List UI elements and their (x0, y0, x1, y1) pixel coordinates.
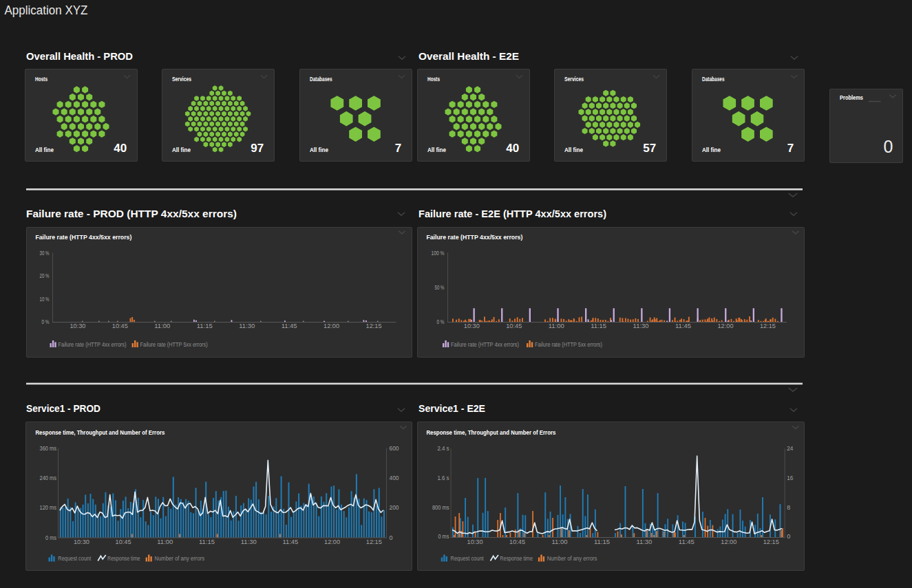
svg-text:Service1 - E2E: Service1 - E2E (418, 402, 485, 414)
svg-text:40: 40 (506, 142, 519, 155)
svg-text:100 %: 100 % (432, 250, 445, 257)
svg-text:2.4 s: 2.4 s (437, 445, 449, 452)
svg-text:Failure rate (HTTP 5xx errors): Failure rate (HTTP 5xx errors) (140, 340, 208, 348)
svg-text:Failure rate - E2E (HTTP 4xx/5: Failure rate - E2E (HTTP 4xx/5xx errors) (418, 208, 606, 219)
svg-text:10:30: 10:30 (467, 538, 483, 545)
svg-text:57: 57 (643, 142, 656, 155)
svg-text:Failure rate (HTTP 4xx/5xx err: Failure rate (HTTP 4xx/5xx errors) (426, 233, 522, 241)
svg-text:11:30: 11:30 (239, 323, 255, 329)
svg-text:Hosts: Hosts (35, 75, 47, 83)
svg-text:10:45: 10:45 (506, 323, 522, 329)
svg-text:7: 7 (787, 142, 794, 155)
svg-text:All fine: All fine (702, 146, 721, 153)
svg-text:Hosts: Hosts (427, 75, 440, 83)
svg-text:Application XYZ: Application XYZ (5, 3, 88, 17)
svg-text:Number of any errors: Number of any errors (155, 554, 205, 562)
svg-text:600: 600 (390, 445, 399, 452)
svg-text:10:30: 10:30 (74, 538, 89, 545)
svg-text:8: 8 (787, 504, 790, 511)
svg-text:Failure rate (HTTP 4xx/5xx err: Failure rate (HTTP 4xx/5xx errors) (35, 233, 131, 241)
svg-text:10:45: 10:45 (112, 323, 128, 329)
svg-text:120 ms: 120 ms (40, 504, 57, 511)
svg-text:12:15: 12:15 (366, 538, 382, 545)
svg-text:16: 16 (787, 475, 793, 481)
svg-text:11:45: 11:45 (282, 538, 298, 545)
svg-text:Request count: Request count (58, 554, 91, 562)
svg-text:20 %: 20 % (40, 272, 50, 279)
svg-text:Request count: Request count (451, 554, 484, 562)
svg-text:7: 7 (395, 142, 401, 155)
svg-text:0 ms: 0 ms (45, 534, 56, 541)
svg-text:Overall Health - E2E: Overall Health - E2E (418, 50, 519, 62)
svg-text:12:00: 12:00 (324, 323, 339, 329)
svg-text:0: 0 (787, 533, 790, 540)
svg-text:360 ms: 360 ms (40, 445, 57, 452)
svg-text:Response time, Throughput and: Response time, Throughput and Number of … (426, 428, 555, 436)
svg-text:12:15: 12:15 (760, 323, 776, 329)
svg-text:Overall Health - PROD: Overall Health - PROD (26, 50, 133, 62)
svg-text:0: 0 (884, 137, 893, 156)
svg-text:Number of any errors: Number of any errors (547, 554, 597, 562)
svg-text:Problems: Problems (840, 94, 863, 101)
svg-text:Failure rate - PROD (HTTP 4xx/: Failure rate - PROD (HTTP 4xx/5xx errors… (26, 208, 237, 219)
svg-text:11:00: 11:00 (154, 323, 170, 329)
svg-text:10:30: 10:30 (464, 323, 480, 329)
svg-text:200: 200 (390, 504, 399, 511)
svg-text:97: 97 (251, 142, 264, 155)
svg-text:12:00: 12:00 (324, 538, 340, 545)
svg-text:11:15: 11:15 (591, 323, 606, 329)
svg-text:50 %: 50 % (435, 284, 445, 291)
svg-text:11:30: 11:30 (633, 323, 649, 329)
svg-text:11:15: 11:15 (594, 538, 610, 545)
svg-text:11:45: 11:45 (282, 323, 297, 329)
svg-text:Response time, Throughput and: Response time, Throughput and Number of … (35, 428, 165, 436)
svg-text:Response time: Response time (500, 554, 533, 562)
svg-text:0 %: 0 % (437, 318, 445, 325)
svg-text:11:30: 11:30 (241, 538, 257, 545)
svg-text:10:45: 10:45 (509, 538, 525, 545)
svg-text:11:15: 11:15 (197, 323, 213, 329)
svg-text:40: 40 (114, 142, 127, 155)
svg-text:Failure rate (HTTP 4xx errors): Failure rate (HTTP 4xx errors) (59, 340, 127, 348)
svg-text:12:15: 12:15 (366, 323, 382, 329)
svg-text:All fine: All fine (564, 146, 583, 153)
svg-text:10:45: 10:45 (116, 538, 131, 545)
svg-text:11:30: 11:30 (636, 538, 652, 545)
svg-text:Databases: Databases (702, 75, 725, 83)
svg-text:Services: Services (172, 75, 191, 83)
svg-text:0: 0 (390, 534, 393, 541)
svg-text:Response time: Response time (107, 554, 140, 562)
svg-text:12:00: 12:00 (718, 323, 734, 329)
svg-text:10:30: 10:30 (70, 323, 85, 329)
svg-text:All fine: All fine (310, 146, 328, 153)
svg-text:All fine: All fine (427, 146, 446, 153)
svg-text:11:15: 11:15 (199, 538, 215, 545)
svg-text:All fine: All fine (172, 146, 191, 153)
svg-text:11:45: 11:45 (675, 323, 691, 329)
svg-text:800 ms: 800 ms (432, 504, 449, 511)
svg-text:Service1 - PROD: Service1 - PROD (26, 402, 100, 414)
svg-text:11:45: 11:45 (679, 538, 694, 545)
svg-text:All fine: All fine (35, 146, 54, 153)
svg-text:30 %: 30 % (40, 250, 50, 257)
svg-text:24: 24 (787, 445, 793, 452)
svg-text:1.6 s: 1.6 s (437, 475, 449, 481)
svg-text:Services: Services (564, 75, 584, 83)
svg-text:0 %: 0 % (42, 318, 50, 325)
svg-text:12:00: 12:00 (721, 538, 736, 545)
svg-text:11:00: 11:00 (552, 538, 568, 545)
svg-text:0 ms: 0 ms (438, 533, 449, 540)
svg-text:10 %: 10 % (40, 296, 50, 303)
svg-text:400: 400 (390, 475, 399, 481)
svg-text:Databases: Databases (310, 75, 332, 83)
svg-text:240 ms: 240 ms (40, 475, 57, 481)
svg-text:12:15: 12:15 (763, 538, 779, 545)
svg-text:Failure rate (HTTP 4xx errors): Failure rate (HTTP 4xx errors) (451, 340, 519, 348)
svg-text:11:00: 11:00 (157, 538, 173, 545)
svg-text:11:00: 11:00 (549, 323, 564, 329)
svg-text:Failure rate (HTTP 5xx errors): Failure rate (HTTP 5xx errors) (535, 340, 602, 348)
